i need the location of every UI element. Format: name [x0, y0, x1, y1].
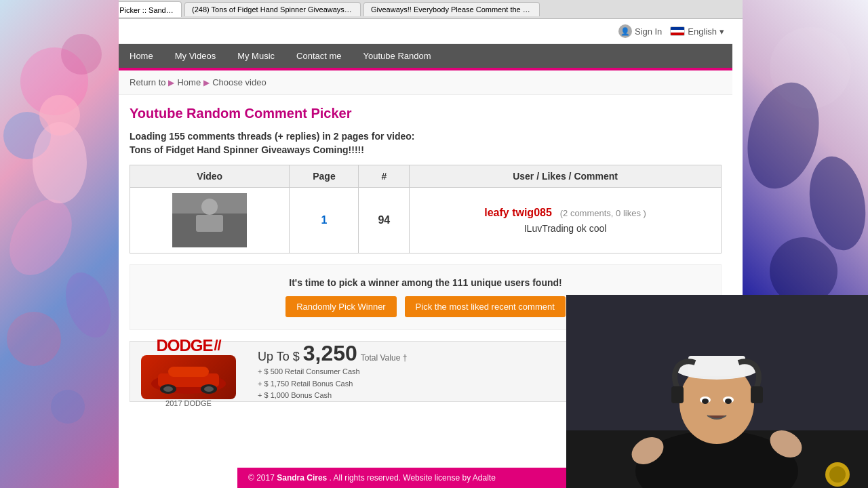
svg-point-8 — [39, 95, 80, 136]
svg-point-10 — [743, 75, 830, 197]
table-row: 1 94 leafy twig085 (2 comments, 0 likes … — [130, 188, 722, 253]
dropdown-arrow-icon: ▾ — [719, 26, 724, 37]
svg-point-38 — [702, 399, 709, 404]
loading-middle: comments threads (+ replies) in — [188, 131, 331, 142]
nav-my-music[interactable]: My Music — [226, 44, 285, 68]
language-selector[interactable]: English ▾ — [670, 26, 724, 37]
comment-count: 155 — [169, 131, 184, 142]
most-liked-button[interactable]: Pick the most liked recent comment — [405, 296, 566, 317]
col-header-page: Page — [290, 165, 359, 188]
webcam-overlay — [566, 295, 868, 488]
svg-point-43 — [829, 466, 846, 483]
loading-suffix: pages for video: — [341, 131, 414, 142]
user-icon: 👤 — [618, 24, 632, 38]
ad-offer-prefix: Up To $ — [258, 350, 300, 363]
svg-point-0 — [20, 47, 88, 115]
comment-meta: (2 comments, 0 likes ) — [560, 208, 646, 218]
svg-rect-33 — [688, 356, 745, 376]
winner-suffix: unique users found! — [471, 277, 562, 288]
page-link-cell: 1 — [290, 188, 359, 253]
video-thumbnail — [172, 193, 247, 247]
webcam-feed — [566, 295, 868, 488]
random-pick-button[interactable]: Randomly Pick Winner — [285, 296, 397, 317]
breadcrumb-arrow-1: ▶ — [168, 78, 174, 87]
dodge-slashes-icon: // — [214, 337, 220, 354]
left-bg — [0, 0, 119, 488]
svg-rect-35 — [751, 386, 763, 403]
breadcrumb-home[interactable]: Home — [177, 77, 201, 87]
sign-in-label: Sign In — [635, 26, 662, 37]
svg-point-25 — [204, 386, 214, 392]
loading-info: Loading 155 comments threads (+ replies)… — [130, 131, 722, 142]
svg-point-6 — [51, 390, 85, 424]
main-nav: Home My Videos My Music Contact me Youtu… — [119, 44, 732, 68]
svg-point-9 — [770, 27, 851, 108]
sign-in-link[interactable]: 👤 Sign In — [618, 24, 662, 38]
nav-home[interactable]: Home — [119, 44, 164, 68]
ad-total-label: Total Value † — [361, 353, 408, 363]
dodge-logo: DODGE // — [156, 336, 220, 355]
svg-rect-21 — [168, 367, 209, 377]
comment-number-cell: 94 — [359, 188, 410, 253]
col-header-user: User / Likes / Comment — [410, 165, 722, 188]
tab-3-label: Giveaways!! Everybody Please Comment the… — [371, 5, 540, 14]
svg-point-5 — [7, 312, 61, 366]
svg-point-3 — [0, 188, 85, 286]
user-comment-cell: leafy twig085 (2 comments, 0 likes ) ILu… — [410, 188, 722, 253]
svg-point-2 — [61, 34, 102, 75]
user-comment-header: leafy twig085 (2 comments, 0 likes ) — [418, 207, 713, 219]
comment-number: 94 — [378, 214, 390, 226]
dodge-brand: DODGE — [156, 336, 212, 355]
col-header-video: Video — [130, 165, 290, 188]
flag-icon — [670, 26, 685, 36]
svg-point-39 — [725, 399, 732, 404]
winner-prefix: It's time to pick a winner among the — [289, 277, 450, 288]
username-link[interactable]: leafy twig085 — [484, 207, 552, 218]
tab-2-label: (248) Tons of Fidget Hand Spinner Giveaw… — [192, 5, 361, 14]
browser-bar: Youtube Random Comment Picker :: Sandra … — [0, 0, 868, 19]
svg-point-24 — [163, 386, 173, 392]
video-thumb-cell — [130, 188, 290, 253]
page-count: 2 — [334, 131, 339, 142]
results-table: Video Page # User / Likes / Comment — [130, 165, 722, 253]
footer-rights: . All rights reserved. Website license b… — [330, 473, 496, 483]
breadcrumb-arrow-2: ▶ — [203, 78, 210, 87]
svg-point-7 — [33, 122, 87, 203]
ad-year: 2017 DODGE — [165, 399, 212, 407]
language-label: English — [688, 26, 717, 37]
nav-youtube-random[interactable]: Youtube Random — [353, 44, 442, 68]
breadcrumb-current: Choose video — [212, 77, 267, 87]
breadcrumb: Return to ▶ Home ▶ Choose video — [119, 70, 732, 95]
nav-contact-me[interactable]: Contact me — [285, 44, 352, 68]
svg-point-11 — [802, 152, 868, 255]
winner-text: It's time to pick a winner among the 111… — [141, 277, 710, 288]
footer-copyright: © 2017 Sandra Cires . All rights reserve… — [248, 473, 496, 483]
svg-rect-18 — [196, 215, 223, 232]
unique-users-count: 111 — [452, 277, 468, 288]
nav-my-videos[interactable]: My Videos — [164, 44, 226, 68]
copyright-symbol: © 2017 — [248, 473, 275, 483]
svg-point-4 — [58, 266, 119, 344]
svg-point-1 — [3, 112, 51, 159]
loading-prefix: Loading — [130, 131, 166, 142]
car-image — [141, 355, 236, 399]
video-title: Tons of Fidget Hand Spinner Giveaways Co… — [130, 144, 722, 155]
svg-point-17 — [201, 199, 218, 215]
page-link[interactable]: 1 — [321, 214, 328, 226]
col-header-num: # — [359, 165, 410, 188]
ad-price: 3,250 — [303, 341, 357, 365]
page-title: Youtube Random Comment Picker — [130, 106, 722, 121]
tab-2[interactable]: (248) Tons of Fidget Hand Spinner Giveaw… — [184, 2, 361, 16]
tab-3[interactable]: Giveaways!! Everybody Please Comment the… — [363, 2, 540, 16]
comment-text: ILuvTrading ok cool — [418, 223, 713, 234]
svg-rect-34 — [671, 386, 684, 403]
footer-author: Sandra Cires — [277, 473, 327, 483]
breadcrumb-prefix: Return to — [130, 77, 165, 87]
top-auth-bar: 👤 Sign In English ▾ — [119, 19, 732, 44]
